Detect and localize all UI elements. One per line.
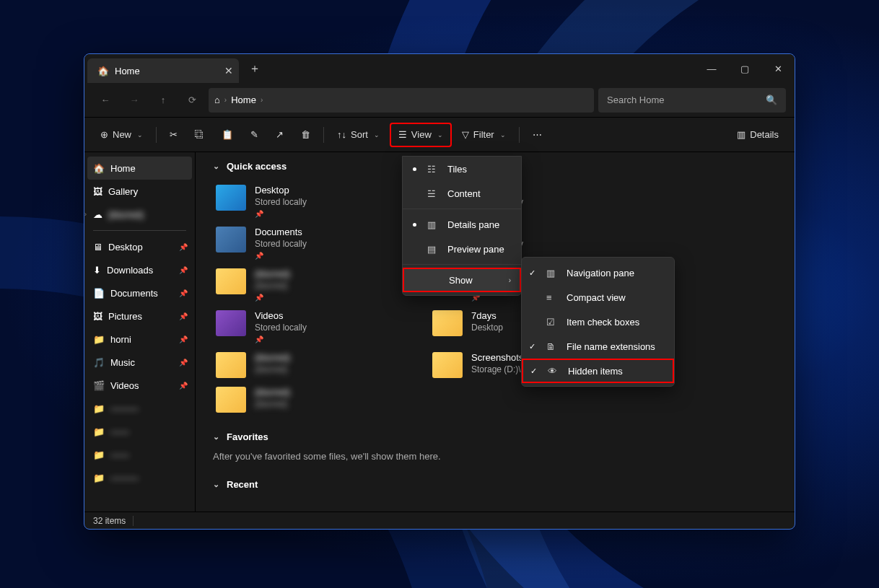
folder-icon: 📁 bbox=[93, 449, 105, 460]
file-item[interactable]: (blurred) (blurred) 📌 bbox=[213, 264, 401, 306]
cut-button[interactable]: ✂ bbox=[162, 123, 185, 147]
toolbar: ⊕ New ⌄ ✂ ⿻ 📋 ✎ ↗ 🗑 ↑↓ Sort ⌄ ☰ View ⌄ ▽… bbox=[84, 118, 795, 152]
window-controls: — ▢ ✕ bbox=[695, 54, 795, 83]
pin-icon: 📌 bbox=[179, 243, 188, 251]
checkbox-icon: ☑ bbox=[546, 317, 558, 328]
tab-title: Home bbox=[115, 66, 140, 76]
sidebar: 🏠 Home 🖼 Gallery › ☁ (blurred) 🖥Desktop📌… bbox=[84, 152, 196, 512]
menu-item-content[interactable]: ☱ Content bbox=[403, 181, 521, 206]
file-item[interactable]: Documents Stored locally 📌 bbox=[213, 222, 401, 264]
music-icon: 🎵 bbox=[93, 357, 105, 368]
breadcrumb-home[interactable]: Home bbox=[231, 95, 256, 105]
forward-button[interactable]: → bbox=[122, 88, 146, 113]
file-item[interactable]: (blurred) (blurred) bbox=[213, 348, 401, 382]
chevron-down-icon: ⌄ bbox=[213, 162, 219, 171]
tab-home[interactable]: 🏠 Home ✕ bbox=[87, 58, 239, 83]
menu-item-tiles[interactable]: ☷ Tiles bbox=[403, 157, 521, 181]
sidebar-item-downloads[interactable]: ⬇Downloads📌 bbox=[87, 258, 192, 281]
file-name: 7days bbox=[471, 310, 503, 321]
status-bar: 32 items bbox=[84, 512, 795, 529]
recent-header[interactable]: ⌄ Recent bbox=[213, 479, 777, 490]
sidebar-item-blurred[interactable]: 📁——— bbox=[87, 397, 192, 420]
paste-icon: 📋 bbox=[222, 129, 233, 140]
file-name: (blurred) bbox=[255, 352, 290, 363]
back-button[interactable]: ← bbox=[93, 88, 118, 113]
maximize-button[interactable]: ▢ bbox=[728, 54, 761, 83]
menu-item-details-pane[interactable]: ▥ Details pane bbox=[403, 212, 521, 237]
new-tab-button[interactable]: ＋ bbox=[239, 61, 271, 76]
delete-button[interactable]: 🗑 bbox=[294, 123, 318, 147]
paste-button[interactable]: 📋 bbox=[214, 123, 240, 147]
chevron-down-icon: ⌄ bbox=[213, 480, 219, 489]
cloud-icon: ☁ bbox=[93, 209, 102, 220]
view-button[interactable]: ☰ View ⌄ bbox=[390, 123, 452, 147]
file-item[interactable]: Desktop Stored locally 📌 bbox=[213, 180, 401, 222]
check-icon: ✓ bbox=[530, 367, 537, 376]
filter-button[interactable]: ▽ Filter ⌄ bbox=[455, 123, 513, 147]
home-icon: ⌂ bbox=[214, 95, 220, 105]
folder-icon bbox=[216, 268, 246, 294]
file-item[interactable]: (blurred) (blurred) bbox=[213, 382, 401, 417]
sidebar-item-home[interactable]: 🏠 Home bbox=[87, 157, 192, 180]
pictures-icon: 🖼 bbox=[93, 311, 102, 322]
view-icon: ☰ bbox=[398, 129, 407, 140]
minimize-button[interactable]: — bbox=[695, 54, 728, 83]
menu-item-preview-pane[interactable]: ▤ Preview pane bbox=[403, 237, 521, 261]
pin-icon: 📌 bbox=[179, 266, 188, 274]
sidebar-item-blurred[interactable]: 📁—— bbox=[87, 420, 192, 443]
plus-circle-icon: ⊕ bbox=[100, 129, 108, 140]
sidebar-item-blurred[interactable]: 📁—— bbox=[87, 443, 192, 466]
menu-item-compact-view[interactable]: ≡ Compact view bbox=[522, 285, 674, 310]
compact-icon: ≡ bbox=[546, 292, 558, 303]
check-icon: ✓ bbox=[529, 342, 535, 351]
details-pane-icon: ▥ bbox=[427, 219, 439, 230]
favorites-header[interactable]: ⌄ Favorites bbox=[213, 431, 777, 442]
menu-item-show[interactable]: Show › bbox=[403, 268, 521, 292]
chevron-right-icon: › bbox=[509, 276, 511, 284]
folder-icon bbox=[216, 227, 246, 253]
sidebar-item-videos[interactable]: 🎬Videos📌 bbox=[87, 374, 192, 397]
chevron-right-icon: › bbox=[261, 96, 263, 104]
sidebar-item-music[interactable]: 🎵Music📌 bbox=[87, 351, 192, 374]
folder-icon bbox=[216, 185, 246, 211]
sidebar-item-pictures[interactable]: 🖼Pictures📌 bbox=[87, 304, 192, 328]
file-location: Stored locally bbox=[255, 322, 307, 333]
menu-item-hidden-items[interactable]: ✓ 👁 Hidden items bbox=[522, 359, 674, 383]
sidebar-item-documents[interactable]: 📄Documents📌 bbox=[87, 281, 192, 304]
favorites-empty-text: After you've favorited some files, we'll… bbox=[213, 451, 777, 462]
share-button[interactable]: ↗ bbox=[268, 123, 291, 147]
pin-icon: 📌 bbox=[255, 294, 290, 302]
address-bar[interactable]: ⌂ › Home › bbox=[209, 88, 594, 113]
sidebar-item-onedrive[interactable]: › ☁ (blurred) bbox=[87, 203, 192, 226]
file-item[interactable]: Videos Stored locally 📌 bbox=[213, 306, 401, 348]
file-location: Stored locally bbox=[255, 197, 307, 207]
folder-icon bbox=[216, 352, 246, 378]
sidebar-item-horni[interactable]: 📁horni📌 bbox=[87, 328, 192, 351]
up-button[interactable]: ↑ bbox=[151, 88, 175, 113]
copy-button[interactable]: ⿻ bbox=[188, 123, 211, 147]
sort-button[interactable]: ↑↓ Sort ⌄ bbox=[330, 123, 387, 147]
sidebar-item-blurred[interactable]: 📁——— bbox=[87, 466, 192, 489]
preview-pane-icon: ▤ bbox=[427, 244, 439, 255]
menu-item-file-extensions[interactable]: ✓ 🗎 File name extensions bbox=[522, 334, 674, 359]
search-box[interactable]: Search Home 🔍 bbox=[598, 88, 786, 113]
file-name: Videos bbox=[255, 310, 307, 321]
bullet-icon bbox=[413, 167, 416, 171]
details-button[interactable]: ▥ Details bbox=[730, 123, 786, 147]
bullet-icon bbox=[413, 223, 416, 227]
close-tab-icon[interactable]: ✕ bbox=[224, 65, 233, 76]
refresh-button[interactable]: ⟳ bbox=[180, 88, 204, 113]
close-window-button[interactable]: ✕ bbox=[761, 54, 795, 83]
sidebar-item-gallery[interactable]: 🖼 Gallery bbox=[87, 180, 192, 203]
more-button[interactable]: ⋯ bbox=[525, 123, 549, 147]
file-location: (blurred) bbox=[255, 399, 290, 409]
sidebar-item-desktop[interactable]: 🖥Desktop📌 bbox=[87, 235, 192, 258]
search-placeholder: Search Home bbox=[607, 95, 664, 105]
rename-button[interactable]: ✎ bbox=[243, 123, 266, 147]
tiles-icon: ☷ bbox=[427, 164, 439, 175]
file-name: Documents bbox=[255, 227, 307, 237]
share-icon: ↗ bbox=[276, 129, 284, 140]
new-button[interactable]: ⊕ New ⌄ bbox=[93, 123, 150, 147]
menu-item-navigation-pane[interactable]: ✓ ▥ Navigation pane bbox=[522, 260, 674, 285]
menu-item-check-boxes[interactable]: ☑ Item check boxes bbox=[522, 310, 674, 334]
